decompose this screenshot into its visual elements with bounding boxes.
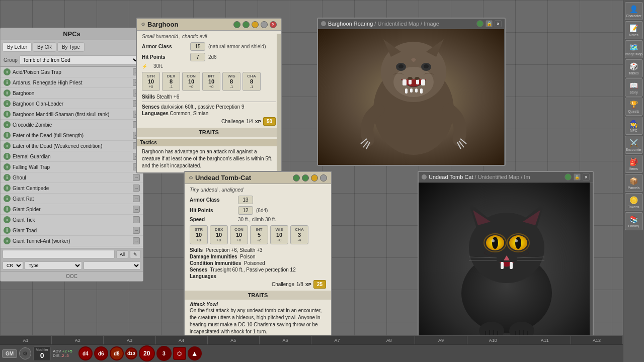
npc-action-icon[interactable]: →: [133, 206, 140, 213]
undead-cat-challenge-row: Challenge 1/8 XP 25: [190, 280, 326, 289]
svg-rect-33: [510, 262, 513, 269]
barghoon-img-btn-green[interactable]: [476, 20, 484, 27]
npc-list-item[interactable]: i Giant Toad →: [1, 225, 143, 236]
ability-value: 5: [258, 232, 261, 238]
npc-action-icon[interactable]: →: [133, 216, 140, 223]
die-d4[interactable]: d4: [78, 346, 93, 360]
npc-action-icon[interactable]: →: [133, 227, 140, 234]
sidebar-btn-imagemap[interactable]: 🗺️ Image/Map: [625, 40, 643, 58]
sidebar-btn-tables[interactable]: 🎲 Tables: [625, 59, 643, 77]
settings-icon[interactable]: ⚙: [19, 347, 31, 359]
npc-edit-button[interactable]: ✎: [130, 250, 141, 258]
svg-point-17: [415, 77, 420, 80]
barghoon-btn-yellow[interactable]: [252, 21, 259, 28]
sidebar-btn-encounter[interactable]: ⚔️ Encounter: [625, 136, 643, 154]
coordinate-cell: A3: [104, 336, 155, 344]
cat-lang-label: Languages: [190, 274, 216, 279]
barghoon-scrollbar[interactable]: [277, 34, 281, 172]
npc-action-icon[interactable]: →: [133, 174, 140, 181]
barghoon-btn-close[interactable]: ×: [270, 21, 277, 28]
cat-img-btn-lock[interactable]: 🔒: [574, 173, 581, 180]
sidebar-btn-character[interactable]: 👤 Character: [625, 2, 643, 20]
npc-list-item[interactable]: i Eater of the Dead (full Strength) →: [1, 130, 143, 141]
npc-info-dot: i: [4, 216, 11, 223]
npc-name-label: Giant Toad: [13, 228, 131, 233]
modifier-value: 0: [40, 351, 44, 359]
barghoon-btn-green[interactable]: [233, 21, 240, 28]
barghoon-img-btn-close[interactable]: ×: [495, 20, 502, 27]
svg-point-14: [398, 64, 404, 68]
npc-list-item[interactable]: i Eater of the Dead (Weakened condition)…: [1, 141, 143, 151]
npc-all-button[interactable]: All: [116, 250, 128, 258]
sidebar-btn-quests[interactable]: 🏆 Quests: [625, 98, 643, 116]
npc-list-item[interactable]: i Acid/Poison Gas Trap →: [1, 67, 143, 77]
die-d10[interactable]: d10: [125, 347, 137, 359]
ability-name: WIS: [227, 74, 235, 78]
npc-name-label: Giant Spider: [13, 207, 131, 212]
npc-cr-filter[interactable]: CR: [3, 261, 23, 269]
npc-panel-title: NPCs: [1, 28, 143, 40]
npc-list-item[interactable]: i Falling Wall Trap →: [1, 162, 143, 172]
group-select[interactable]: Tomb of the Iron God: [20, 55, 140, 65]
barghoon-ac-row: Armor Class 15 (natural armor and shield…: [142, 42, 276, 51]
tab-by-type[interactable]: By Type: [57, 42, 85, 52]
barghoon-btn-gray[interactable]: [261, 21, 268, 28]
npc-type-filter[interactable]: Type: [25, 261, 82, 269]
ability-name: INT: [208, 74, 215, 78]
npc-info-dot: i: [4, 153, 11, 160]
story-icon: 📖: [629, 81, 638, 89]
npc-search-input[interactable]: [3, 250, 115, 258]
undead-tomb-cat-stat-window: ⚙ Undead Tomb-Cat Tiny undead , unaligne…: [184, 171, 332, 339]
barghoon-lang-label: Languages: [142, 111, 169, 116]
sidebar-btn-library[interactable]: 📚 Library: [625, 212, 643, 230]
npc-name-label: Eater of the Dead (full Strength): [13, 133, 131, 138]
npc-action-icon[interactable]: →: [133, 237, 140, 244]
barghoon-img-btn-lock[interactable]: 🔒: [486, 20, 493, 27]
npc-action-icon[interactable]: →: [133, 195, 140, 202]
npc-list-item[interactable]: i Giant Centipede →: [1, 183, 143, 194]
npc-list-item[interactable]: i Giant Spider →: [1, 204, 143, 215]
npc-list-item[interactable]: i Barghoon →: [1, 88, 143, 99]
npc-extra-filter[interactable]: [84, 261, 141, 269]
die-d12[interactable]: 20: [139, 345, 155, 361]
cat-img-btn-green[interactable]: [565, 173, 572, 180]
npc-list-item[interactable]: i Ghoul →: [1, 172, 143, 183]
sidebar-btn-items[interactable]: 🎒 Items: [625, 155, 643, 173]
npc-list-item[interactable]: i Giant Tunnel-Ant (worker) →: [1, 236, 143, 246]
sidebar-btn-parcels[interactable]: 📦 Parcels: [625, 174, 643, 192]
npc-list-item[interactable]: i Crocodile Zombie →: [1, 120, 143, 130]
npc-list-item[interactable]: i Ardarus, Renegade High Priest →: [1, 77, 143, 88]
svg-point-16: [408, 77, 413, 80]
npc-action-icon[interactable]: →: [133, 185, 140, 192]
die-square[interactable]: ⬡: [173, 347, 186, 360]
sidebar-btn-npc[interactable]: 🧙 NPC: [625, 117, 643, 135]
sidebar-btn-notes[interactable]: 📝 Notes: [625, 21, 643, 39]
tab-by-cr[interactable]: By CR: [33, 42, 56, 52]
npc-list-item[interactable]: i Giant Tick →: [1, 215, 143, 225]
npc-list-item[interactable]: i Barghoon Clan-Leader →: [1, 99, 143, 109]
cat-img-btn-close[interactable]: ×: [583, 173, 590, 180]
npc-icon: 🧙: [629, 120, 638, 128]
undead-cat-btn-yellow[interactable]: [311, 174, 318, 182]
undead-cat-btn-green[interactable]: [293, 174, 300, 182]
gm-badge: GM: [2, 349, 17, 358]
die-extra[interactable]: ▲: [188, 346, 202, 360]
ability-value: 10: [208, 78, 214, 84]
die-d8[interactable]: d8: [110, 346, 124, 360]
die-d6[interactable]: d6: [94, 346, 108, 360]
npc-list-item[interactable]: i Giant Rat →: [1, 194, 143, 204]
encounter-icon: ⚔️: [629, 139, 638, 147]
cat-senses-label: Senses: [190, 267, 207, 273]
barghoon-type: Small humanoid , chaotic evil: [142, 34, 276, 39]
npc-list-item[interactable]: i Barghoon Mandrill-Shaman (first skull …: [1, 109, 143, 120]
npc-list-item[interactable]: i Eternal Guardian →: [1, 151, 143, 162]
sidebar-btn-tokens[interactable]: 🪙 Tokens: [625, 193, 643, 211]
npc-name-label: Acid/Poison Gas Trap: [13, 69, 131, 75]
barghoon-hp-label: Hit Points: [142, 54, 187, 60]
die-d20[interactable]: 3: [156, 346, 172, 361]
barghoon-btn-active[interactable]: [243, 21, 250, 28]
sidebar-btn-story[interactable]: 📖 Story: [625, 78, 643, 97]
undead-cat-btn-active[interactable]: [302, 174, 309, 182]
tab-by-letter[interactable]: By Letter: [3, 42, 32, 52]
undead-cat-btn-gray[interactable]: [320, 174, 327, 182]
